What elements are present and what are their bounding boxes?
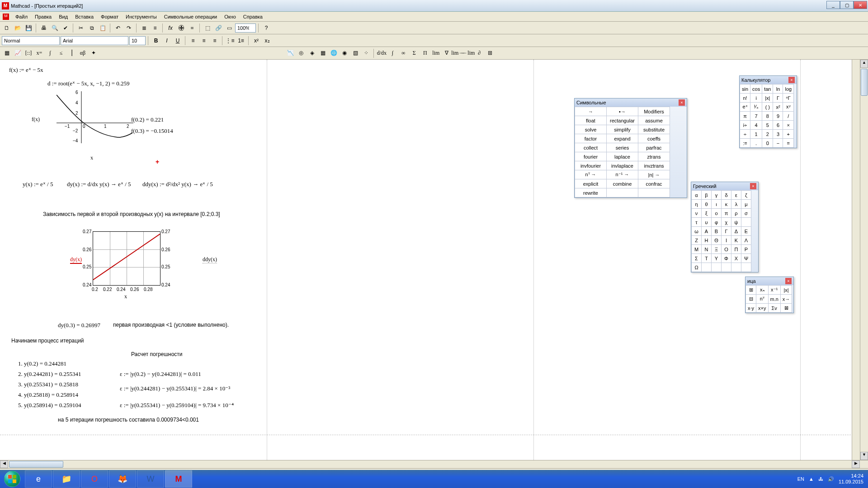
palette-button[interactable]: n!: [740, 94, 750, 103]
palette-button[interactable]: 3: [773, 130, 783, 139]
palette-button[interactable]: +: [783, 130, 794, 139]
iter-5[interactable]: 5. y(0.258914) = 0.259104: [18, 402, 81, 409]
palette-button[interactable]: rectangular: [607, 116, 638, 125]
palette-button[interactable]: Γ: [773, 94, 783, 103]
scroll-left-icon[interactable]: ◀: [0, 460, 8, 468]
deriv-icon[interactable]: d/dx: [377, 48, 387, 58]
bold-icon[interactable]: B: [151, 36, 161, 46]
palette-button[interactable]: δ: [722, 191, 731, 200]
close-button[interactable]: ✕: [854, 1, 867, 9]
palette-button[interactable]: x·y: [746, 304, 756, 313]
chart3d-icon[interactable]: ◈: [307, 48, 317, 58]
palette-button[interactable]: substitute: [638, 125, 670, 134]
palette-button[interactable]: π: [740, 112, 750, 121]
palette-button[interactable]: Ξ: [712, 245, 722, 254]
palette-button[interactable]: |x|: [762, 94, 773, 103]
taskbar-word[interactable]: W: [137, 470, 164, 488]
palette-button[interactable]: [712, 263, 722, 272]
component-icon[interactable]: ⬚: [203, 23, 212, 33]
iter-start[interactable]: Начинаем процесс итераций: [11, 338, 84, 344]
spellcheck-icon[interactable]: ✔: [61, 23, 71, 33]
deriv-note[interactable]: Зависимость первой и второй производных …: [43, 211, 220, 217]
palette-button[interactable]: ε: [731, 191, 741, 200]
palette-button[interactable]: ¹⁄ₓ: [750, 103, 762, 112]
palette-button[interactable]: coeffs: [638, 134, 670, 143]
err-1[interactable]: ε := |y(0.2) − y(0.244281)| = 0.011: [120, 371, 201, 378]
palette-button[interactable]: O: [722, 245, 731, 254]
palette-button[interactable]: [741, 263, 751, 272]
font-combo[interactable]: [61, 36, 128, 45]
menu-file[interactable]: Файл: [12, 13, 31, 20]
symbolic-palette-icon[interactable]: ✦: [89, 48, 99, 58]
palette-button[interactable]: fourier: [575, 152, 607, 161]
palette-button[interactable]: float: [575, 116, 607, 125]
taskbar-opera[interactable]: O: [81, 470, 108, 488]
tray-lang[interactable]: EN: [797, 476, 804, 482]
palette-button[interactable]: N: [702, 245, 712, 254]
palette-button[interactable]: A: [702, 227, 712, 236]
sum-icon[interactable]: Σ: [409, 48, 419, 58]
palette-button[interactable]: invlaplace: [607, 161, 638, 170]
palette-button[interactable]: tan: [762, 84, 773, 94]
palette-button[interactable]: [607, 188, 638, 197]
close-icon[interactable]: ×: [750, 183, 756, 189]
menu-insert[interactable]: Вставка: [71, 13, 97, 20]
save-icon[interactable]: 💾: [24, 23, 33, 33]
taskbar-firefox[interactable]: 🦊: [109, 470, 136, 488]
deriv-cond[interactable]: первая производная <1 (условие выполнено…: [113, 322, 229, 328]
bar3d-icon[interactable]: ▧: [350, 48, 360, 58]
palette-button[interactable]: simplify: [607, 125, 638, 134]
graph-palette-icon[interactable]: 📈: [13, 48, 23, 58]
palette-button[interactable]: X: [731, 254, 741, 263]
palette-button[interactable]: confrac: [638, 179, 670, 188]
palette-button[interactable]: cos: [750, 84, 762, 94]
palette-button[interactable]: n⁻¹ →: [607, 170, 638, 179]
surface-icon[interactable]: ▦: [318, 48, 328, 58]
eq-dyx[interactable]: dy(x) := d/dx y(x) → eˣ / 5: [67, 181, 131, 188]
palette-button[interactable]: ztrans: [638, 152, 670, 161]
palette-button[interactable]: Σ: [692, 254, 702, 263]
menu-format[interactable]: Формат: [97, 13, 122, 20]
palette-button[interactable]: γ: [712, 191, 722, 200]
align-icon[interactable]: ≣: [139, 23, 149, 33]
scroll-down-icon[interactable]: ▼: [860, 452, 868, 460]
palette-button[interactable]: υ: [702, 218, 712, 227]
palette-button[interactable]: Φ: [722, 254, 731, 263]
palette-button[interactable]: eˣ: [740, 103, 750, 112]
underline-icon[interactable]: U: [173, 36, 183, 46]
palette-button[interactable]: Θ: [712, 236, 722, 245]
open-icon[interactable]: 📂: [13, 23, 23, 33]
integral-icon[interactable]: ∫: [387, 48, 397, 58]
scatter3d-icon[interactable]: ⁘: [361, 48, 371, 58]
palette-button[interactable]: λ: [731, 200, 741, 209]
palette-button[interactable]: π: [722, 209, 731, 218]
palette-button[interactable]: |x|: [780, 286, 792, 295]
palette-button[interactable]: ×: [783, 121, 794, 130]
palette-button[interactable]: ⁿΓ: [783, 94, 794, 103]
palette-button[interactable]: ν: [692, 209, 702, 218]
palette-button[interactable]: 8: [762, 112, 773, 121]
palette-button[interactable]: factor: [575, 134, 607, 143]
palette-button[interactable]: ⊞: [746, 286, 756, 295]
menu-edit[interactable]: Правка: [31, 13, 55, 20]
palette-button[interactable]: Δ: [731, 227, 741, 236]
iter-1[interactable]: 1. y(0.2) = 0.244281: [18, 360, 66, 367]
menu-symbolic[interactable]: Символьные операции: [160, 13, 221, 20]
palette-button[interactable]: Modifiers: [638, 107, 670, 116]
err-title[interactable]: Расчет погрешности: [131, 351, 183, 357]
palette-button[interactable]: /: [783, 112, 794, 121]
taskbar-explorer[interactable]: 📁: [53, 470, 80, 488]
palette-button[interactable]: explicit: [575, 179, 607, 188]
palette-button[interactable]: sin: [740, 84, 750, 94]
err-2[interactable]: ε := |y(0.244281) − y(0.255341)| = 2.84 …: [120, 385, 230, 392]
eq-f03[interactable]: f(0.3) = −0.15014: [131, 127, 173, 135]
limright-icon[interactable]: lim→: [453, 48, 462, 58]
palette-button[interactable]: parfrac: [638, 143, 670, 152]
palette-button[interactable]: solve: [575, 125, 607, 134]
scroll-up-icon[interactable]: ▲: [860, 60, 868, 68]
palette-button[interactable]: laplace: [607, 152, 638, 161]
palette-button[interactable]: κ: [722, 200, 731, 209]
redo-icon[interactable]: ↷: [124, 23, 134, 33]
palette-button[interactable]: 5: [762, 121, 773, 130]
palette-button[interactable]: Π: [731, 245, 741, 254]
